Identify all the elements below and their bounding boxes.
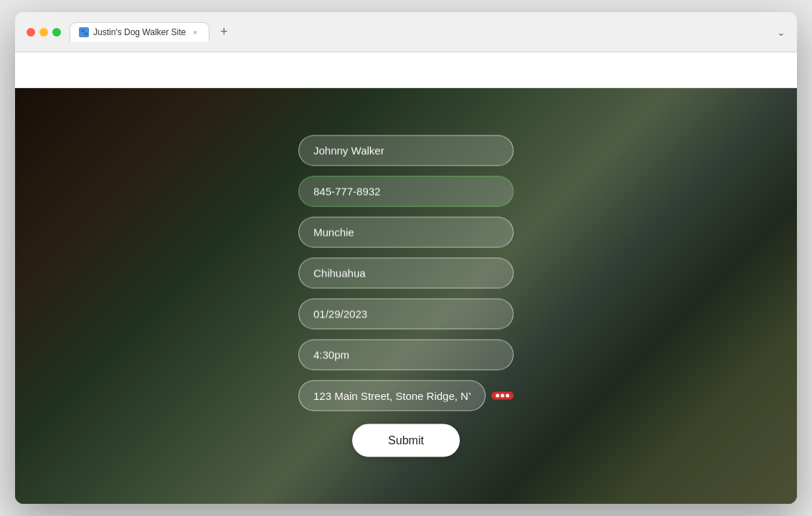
browser-menu-button[interactable]: ⌄: [777, 27, 785, 38]
address-field[interactable]: [298, 381, 486, 411]
maximize-traffic-light[interactable]: [52, 28, 61, 37]
dog-name-field[interactable]: [298, 217, 514, 248]
name-field[interactable]: [298, 135, 514, 166]
browser-chrome: 🐾 Justin's Dog Walker Site × + ⌄: [15, 12, 797, 52]
tab-close-button[interactable]: ×: [190, 27, 200, 37]
address-row: [298, 381, 514, 411]
tab-favicon: 🐾: [79, 27, 89, 37]
error-dot-1: [496, 394, 499, 398]
breed-field[interactable]: [298, 258, 514, 289]
phone-field[interactable]: [298, 176, 514, 207]
error-dot-2: [501, 394, 504, 398]
active-tab[interactable]: 🐾 Justin's Dog Walker Site ×: [70, 22, 209, 42]
error-dot-3: [506, 394, 509, 398]
browser-window: 🐾 Justin's Dog Walker Site × + ⌄: [15, 12, 797, 504]
tab-title: Justin's Dog Walker Site: [93, 27, 186, 37]
browser-toolbar: [15, 52, 797, 88]
error-badge: [491, 392, 514, 400]
time-field[interactable]: [298, 340, 514, 371]
date-field[interactable]: [298, 299, 514, 330]
traffic-lights: [27, 28, 61, 37]
booking-form: Submit: [291, 135, 521, 457]
close-traffic-light[interactable]: [27, 28, 35, 37]
page-content: Submit: [15, 88, 797, 504]
tab-bar: 🐾 Justin's Dog Walker Site × +: [70, 22, 768, 42]
submit-button[interactable]: Submit: [352, 424, 460, 457]
minimize-traffic-light[interactable]: [39, 28, 48, 37]
new-tab-button[interactable]: +: [215, 24, 232, 41]
